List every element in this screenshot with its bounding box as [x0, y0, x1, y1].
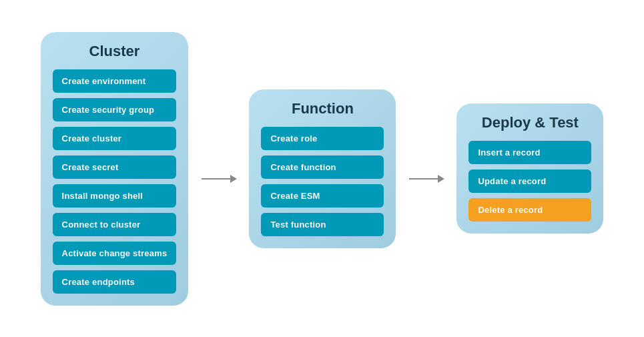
column-function: FunctionCreate roleCreate functionCreate…: [249, 89, 396, 248]
arrow-icon: [408, 172, 444, 186]
column-title-cluster: Cluster: [89, 43, 140, 60]
step-btn-cluster-3[interactable]: Create secret: [53, 155, 177, 179]
column-deploy: Deploy & TestInsert a recordUpdate a rec…: [456, 103, 603, 234]
step-btn-cluster-2[interactable]: Create cluster: [53, 127, 177, 150]
step-btn-cluster-6[interactable]: Activate change streams: [53, 242, 177, 265]
step-btn-cluster-4[interactable]: Install mongo shell: [53, 184, 177, 208]
step-btn-cluster-7[interactable]: Create endpoints: [53, 270, 177, 294]
column-cluster: ClusterCreate environmentCreate security…: [41, 32, 189, 306]
svg-marker-3: [438, 175, 444, 183]
step-btn-deploy-1[interactable]: Update a record: [468, 170, 591, 193]
svg-marker-1: [230, 175, 237, 183]
column-title-function: Function: [292, 100, 354, 117]
arrow-icon: [200, 172, 237, 186]
step-btn-cluster-5[interactable]: Connect to cluster: [53, 213, 177, 236]
step-btn-function-2[interactable]: Create ESM: [261, 184, 384, 208]
step-btn-deploy-2[interactable]: Delete a record: [468, 198, 591, 222]
step-btn-function-3[interactable]: Test function: [261, 213, 384, 236]
step-btn-cluster-1[interactable]: Create security group: [53, 98, 177, 121]
step-btn-function-0[interactable]: Create role: [261, 127, 384, 150]
step-btn-deploy-0[interactable]: Insert a record: [468, 141, 591, 164]
arrow-2: [396, 172, 456, 186]
arrow-1: [188, 172, 249, 186]
column-title-deploy: Deploy & Test: [482, 114, 579, 131]
step-btn-cluster-0[interactable]: Create environment: [53, 69, 177, 93]
diagram: ClusterCreate environmentCreate security…: [21, 19, 624, 319]
step-btn-function-1[interactable]: Create function: [261, 155, 384, 179]
